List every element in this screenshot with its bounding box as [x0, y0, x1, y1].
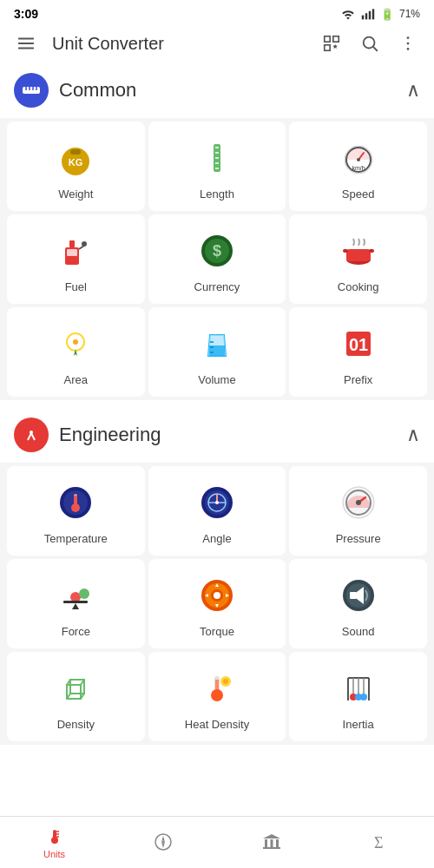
force-icon [53, 573, 98, 618]
svg-text:km/h: km/h [352, 165, 365, 171]
cooking-item[interactable]: Cooking [289, 214, 427, 304]
svg-point-105 [51, 837, 58, 844]
area-label: Area [64, 373, 88, 386]
pressure-icon [336, 480, 381, 525]
svg-text:Σ: Σ [374, 834, 383, 852]
search-icon[interactable] [358, 31, 382, 56]
bottom-nav: Units Σ [0, 816, 434, 868]
svg-rect-5 [333, 36, 339, 42]
area-icon [53, 321, 98, 366]
engineering-chevron[interactable]: ∧ [406, 424, 420, 446]
svg-rect-114 [265, 839, 267, 847]
section-header-engineering[interactable]: Engineering ∧ [0, 407, 434, 463]
svg-point-67 [215, 501, 219, 504]
units-nav-icon [44, 826, 65, 847]
speed-label: Speed [342, 187, 375, 201]
fuel-icon [53, 228, 98, 273]
prefix-item[interactable]: 01 Prefix [289, 307, 427, 397]
svg-text:$: $ [213, 242, 221, 260]
area-item[interactable]: Area [7, 307, 145, 397]
currency-label: Currency [194, 280, 240, 293]
density-label: Density [57, 718, 95, 731]
inertia-item[interactable]: Inertia [289, 652, 427, 741]
museum-nav-icon [261, 832, 282, 852]
torque-icon [194, 573, 240, 618]
svg-point-71 [356, 500, 361, 505]
weight-item[interactable]: KG Weight [7, 122, 145, 211]
nav-units[interactable]: Units [0, 821, 108, 865]
heat-density-icon [194, 666, 240, 711]
svg-marker-75 [72, 603, 79, 609]
svg-marker-113 [263, 834, 280, 838]
pressure-item[interactable]: Pressure [289, 466, 427, 556]
status-icons: 🔋 71% [340, 8, 420, 21]
common-section-title: Common [59, 79, 406, 102]
nav-compass[interactable] [108, 826, 217, 859]
speed-item[interactable]: km/h Speed [289, 122, 427, 211]
svg-rect-6 [325, 45, 330, 50]
prefix-label: Prefix [344, 373, 372, 386]
heat-density-item[interactable]: Heat Density [148, 652, 286, 741]
weight-label: Weight [58, 187, 93, 201]
status-time: 3:09 [14, 7, 38, 21]
svg-rect-18 [70, 149, 81, 155]
svg-rect-82 [350, 592, 357, 599]
svg-point-44 [73, 339, 78, 345]
app-bar-icons [319, 31, 420, 56]
svg-rect-115 [270, 839, 273, 847]
svg-point-34 [82, 241, 87, 247]
temperature-label: Temperature [44, 532, 108, 545]
torque-item[interactable]: Torque [148, 559, 286, 648]
speed-icon: km/h [336, 135, 381, 181]
sound-item[interactable]: Sound [289, 559, 427, 648]
engineering-section-title: Engineering [59, 424, 406, 446]
nav-museum[interactable] [217, 826, 326, 859]
angle-item[interactable]: Angle [148, 466, 286, 556]
more-options-icon[interactable] [396, 31, 420, 56]
nav-sigma[interactable]: Σ [326, 826, 434, 859]
section-header-common[interactable]: Common ∧ [0, 62, 434, 118]
grid-favorites-icon[interactable] [319, 31, 344, 56]
weight-icon: KG [53, 135, 98, 181]
volume-icon [194, 321, 240, 366]
engineering-grid: Temperature Angle [0, 463, 434, 745]
svg-text:KG: KG [69, 157, 83, 168]
svg-rect-41 [343, 249, 348, 253]
cooking-icon [336, 228, 381, 273]
units-nav-label: Units [43, 849, 65, 859]
svg-point-79 [214, 592, 220, 599]
fuel-item[interactable]: Fuel [7, 214, 145, 304]
svg-rect-2 [369, 11, 371, 20]
torque-label: Torque [200, 625, 234, 638]
svg-text:01: 01 [349, 335, 368, 354]
app-title: Unit Converter [52, 34, 306, 54]
force-item[interactable]: Force [7, 559, 145, 648]
pressure-label: Pressure [336, 532, 381, 545]
svg-rect-3 [372, 9, 374, 19]
sound-icon [336, 573, 381, 618]
svg-point-112 [161, 840, 164, 843]
inertia-icon [336, 666, 381, 711]
svg-rect-1 [365, 13, 367, 19]
density-item[interactable]: Density [7, 652, 145, 741]
volume-label: Volume [198, 373, 235, 386]
common-chevron[interactable]: ∧ [406, 79, 420, 102]
svg-rect-117 [263, 847, 280, 849]
svg-point-9 [407, 36, 410, 39]
temperature-item[interactable]: Temperature [7, 466, 145, 556]
common-grid: KG Weight Length km [0, 118, 434, 400]
signal-icon [361, 8, 375, 20]
volume-item[interactable]: Volume [148, 307, 286, 397]
svg-point-10 [407, 43, 410, 45]
svg-point-94 [223, 679, 228, 684]
svg-point-92 [211, 689, 223, 701]
cooking-label: Cooking [338, 280, 379, 293]
inertia-label: Inertia [343, 718, 374, 731]
svg-point-11 [407, 48, 410, 50]
sigma-nav-icon: Σ [370, 832, 391, 852]
length-item[interactable]: Length [148, 122, 286, 211]
currency-item[interactable]: $ Currency [148, 214, 286, 304]
menu-icon[interactable] [14, 31, 38, 56]
svg-rect-35 [69, 240, 75, 247]
svg-rect-12 [23, 87, 40, 94]
